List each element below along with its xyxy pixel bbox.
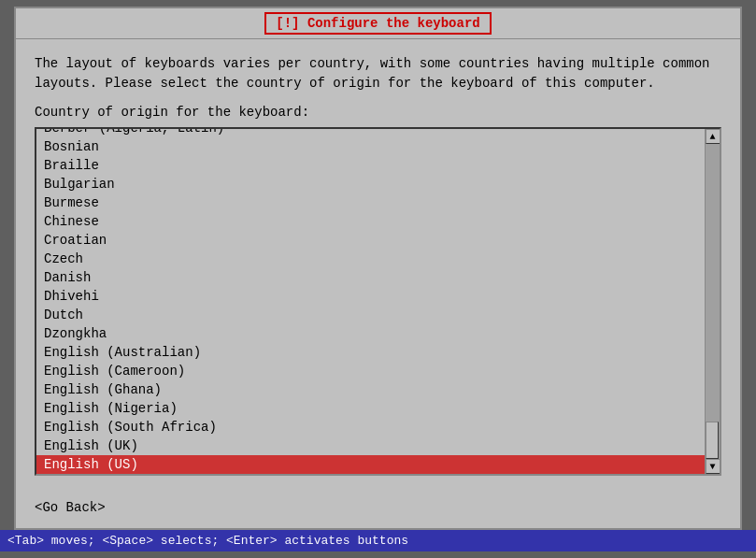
- list-item[interactable]: Dzongkha: [36, 324, 705, 343]
- list-item[interactable]: Braille: [36, 156, 705, 175]
- list-item[interactable]: English (Ghana): [36, 380, 705, 399]
- content-area: The layout of keyboards varies per count…: [16, 39, 740, 491]
- bottom-bar: <Tab> moves; <Space> selects; <Enter> ac…: [0, 530, 756, 551]
- list-item[interactable]: Dutch: [36, 306, 705, 324]
- list-container: BambaraBanglaBelarusianBelgianBerber (Al…: [35, 127, 721, 476]
- list-item[interactable]: English (Cameroon): [36, 362, 705, 380]
- list-item[interactable]: Czech: [36, 250, 705, 268]
- go-back-area: <Go Back>: [16, 491, 740, 528]
- list-item[interactable]: English (UK): [36, 436, 705, 455]
- main-window: [!] Configure the keyboard The layout of…: [14, 7, 742, 530]
- list-items[interactable]: BambaraBanglaBelarusianBelgianBerber (Al…: [36, 129, 705, 474]
- list-item[interactable]: Berber (Algeria, Latin): [36, 129, 705, 137]
- go-back-button[interactable]: <Go Back>: [35, 500, 106, 515]
- list-item[interactable]: Chinese: [36, 212, 705, 231]
- list-label: Country of origin for the keyboard:: [35, 105, 721, 120]
- list-item[interactable]: Bulgarian: [36, 175, 705, 193]
- list-item[interactable]: English (US): [36, 455, 705, 474]
- list-item[interactable]: Bosnian: [36, 137, 705, 156]
- scroll-thumb[interactable]: [706, 422, 719, 459]
- list-item[interactable]: English (South Africa): [36, 418, 705, 436]
- scroll-track: [706, 144, 720, 459]
- title-bar: [!] Configure the keyboard: [16, 8, 740, 39]
- list-item[interactable]: English (Australian): [36, 343, 705, 362]
- window-title: [!] Configure the keyboard: [264, 12, 491, 35]
- scrollbar[interactable]: ▲ ▼: [705, 129, 720, 474]
- list-item[interactable]: Burmese: [36, 193, 705, 212]
- description-text: The layout of keyboards varies per count…: [35, 54, 721, 93]
- list-item[interactable]: Croatian: [36, 231, 705, 250]
- bottom-hint-text: <Tab> moves; <Space> selects; <Enter> ac…: [7, 534, 408, 548]
- list-item[interactable]: Dhivehi: [36, 287, 705, 306]
- list-item[interactable]: Danish: [36, 268, 705, 287]
- list-item[interactable]: English (Nigeria): [36, 399, 705, 418]
- scroll-up-button[interactable]: ▲: [706, 129, 720, 144]
- scroll-down-button[interactable]: ▼: [706, 459, 720, 474]
